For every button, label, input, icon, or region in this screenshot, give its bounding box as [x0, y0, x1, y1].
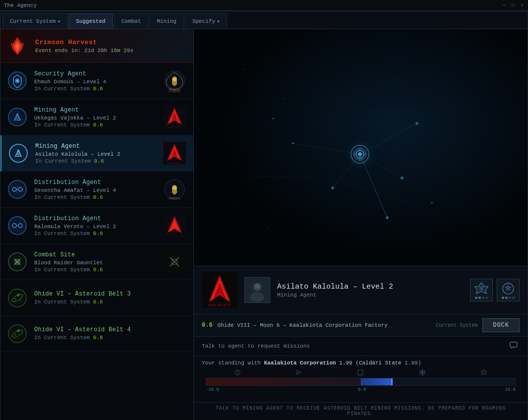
svg-point-60 — [431, 202, 433, 204]
svg-point-7 — [173, 77, 176, 81]
svg-point-59 — [386, 216, 389, 219]
agent-location-label: In Current System 0.6 — [34, 335, 187, 341]
agent-location-label: In Current System 0.6 — [34, 194, 156, 200]
combat-logo — [162, 249, 187, 275]
list-item[interactable]: Combat Site Blood Raider Gauntlet In Cur… — [0, 244, 193, 280]
bar-max-label: 10.0 — [505, 387, 516, 392]
list-item[interactable]: Ohide VI – Asteroid Belt 3 In Current Sy… — [0, 280, 193, 316]
detail-header: KAALAKIOTA — [194, 266, 528, 314]
standing-section: Your standing with Kaalakiota Corporatio… — [194, 356, 528, 402]
combat-site-icon — [6, 251, 28, 273]
distribution-agent-icon — [6, 179, 28, 200]
badge-dots-2 — [502, 297, 515, 299]
distribution-agent-2-icon — [6, 215, 28, 237]
agent-name-label: Ehmuh Domous – Level 4 — [34, 79, 156, 85]
nav-current-system[interactable]: Current System ▼ — [2, 13, 67, 29]
standing-badge — [497, 279, 520, 301]
location-name: Ohide VIII – Moon 6 – Kaalakiota Corpora… — [218, 322, 429, 328]
agent-location-label: In Current System 0.6 — [34, 122, 156, 128]
agent-name-label: Blood Raider Gauntlet — [34, 260, 156, 266]
nav-suggested[interactable]: Suggested — [68, 13, 113, 29]
agent-type-label: Ohide VI – Asteroid Belt 4 — [34, 326, 187, 333]
agent-name-label: Sesentha Amafat – Level 4 — [34, 187, 156, 193]
agent-location-label: In Current System 0.6 — [35, 158, 156, 164]
svg-point-86 — [421, 371, 423, 373]
list-item[interactable]: Ohide VI – Asteroid Belt 4 In Current Sy… — [0, 316, 193, 352]
agent-location-label: In Current System 0.6 — [34, 231, 156, 237]
dock-button[interactable]: DOCK — [482, 318, 520, 332]
minimize-button[interactable]: — — [501, 2, 507, 8]
imperial-shipment-logo-2: IMPERIAL — [162, 177, 187, 202]
svg-text:KAALAKIOTA: KAALAKIOTA — [167, 126, 181, 128]
nav-combat[interactable]: Combat — [114, 13, 149, 29]
event-banner[interactable]: Crimson Harvest Event ends in: 21d 20h 1… — [0, 29, 193, 63]
security-agent-icon — [6, 70, 28, 92]
svg-point-38 — [8, 325, 26, 343]
svg-point-65 — [451, 138, 452, 139]
app-title: The Agency — [4, 2, 37, 8]
svg-point-40 — [17, 329, 20, 332]
agent-portrait — [244, 277, 270, 303]
list-item[interactable]: Mining Agent Ukkegas Vajokka – Level 2 I… — [0, 99, 193, 135]
agent-location-label: In Current System 0.6 — [34, 86, 156, 92]
svg-point-56 — [331, 186, 334, 189]
list-item[interactable]: Distribution Agent Sesentha Amafat – Lev… — [0, 172, 193, 208]
svg-text:IMPERIAL: IMPERIAL — [169, 197, 180, 200]
agent-type-label: Distribution Agent — [34, 215, 156, 222]
svg-point-57 — [401, 177, 404, 180]
close-button[interactable]: ✕ — [519, 2, 525, 8]
agent-type-label: Combat Site — [34, 251, 156, 258]
svg-point-35 — [17, 294, 20, 297]
agent-type-label: Security Agent — [34, 70, 156, 77]
svg-rect-84 — [358, 370, 363, 375]
bar-mid-label: 0.0 — [358, 387, 366, 392]
chat-icon — [509, 341, 520, 352]
svg-point-11 — [15, 115, 19, 119]
agent-location-label: In Current System 0.6 — [34, 267, 156, 273]
agent-info: Ohide VI – Asteroid Belt 3 In Current Sy… — [34, 291, 187, 305]
content-area: Crimson Harvest Event ends in: 21d 20h 1… — [0, 29, 528, 420]
detail-agent-role: Mining Agent — [277, 292, 463, 298]
window-controls[interactable]: — □ ✕ — [501, 2, 525, 8]
svg-point-30 — [16, 261, 18, 263]
current-system-arrow-icon: ▼ — [58, 19, 60, 24]
agent-location-label: In Current System 0.6 — [34, 299, 187, 305]
left-panel: Crimson Harvest Event ends in: 21d 20h 1… — [0, 29, 194, 420]
agent-name-label: Asilato Kalolula – Level 2 — [35, 151, 156, 157]
talk-bar: Talk to agent to request missions — [194, 337, 528, 356]
svg-point-74 — [250, 292, 264, 302]
mining-agent-selected-icon — [7, 142, 29, 164]
list-item[interactable]: Distribution Agent Ralemula Veroto – Lev… — [0, 208, 193, 244]
asteroid-belt-3-icon — [6, 287, 28, 309]
agent-type-label: Ohide VI – Asteroid Belt 3 — [34, 291, 187, 298]
right-panel: KAALAKIOTA — [194, 29, 528, 420]
imperial-shipment-logo: IMPERIAL SHIPMENT — [162, 68, 187, 94]
maximize-button[interactable]: □ — [510, 2, 516, 8]
svg-point-62 — [243, 68, 244, 69]
svg-point-41 — [14, 334, 16, 336]
agent-info: Distribution Agent Sesentha Amafat – Lev… — [34, 179, 156, 200]
svg-point-15 — [16, 151, 20, 155]
asteroid-belt-4-icon — [6, 323, 28, 345]
nav-specify[interactable]: Specify ▼ — [185, 13, 227, 29]
location-system: Current System — [436, 323, 477, 328]
standing-bar-container: -10.0 0.0 10.0 — [202, 378, 520, 392]
agent-name-section: Asilato Kalolula – Level 2 Mining Agent — [277, 283, 463, 298]
svg-point-58 — [292, 142, 294, 144]
svg-point-68 — [233, 202, 234, 203]
detail-agent-name: Asilato Kalolula – Level 2 — [277, 283, 463, 291]
svg-text:KAALAKIOTA: KAALAKIOTA — [167, 162, 181, 164]
standing-icons-row — [202, 369, 520, 376]
list-item[interactable]: Security Agent Ehmuh Domous – Level 4 In… — [0, 63, 193, 99]
faction-badge: Z — [470, 279, 493, 301]
agent-info: Distribution Agent Ralemula Veroto – Lev… — [34, 215, 156, 237]
svg-point-33 — [8, 289, 26, 307]
agent-info: Ohide VI – Asteroid Belt 4 In Current Sy… — [34, 326, 187, 341]
nav-mining[interactable]: Mining — [149, 13, 184, 29]
agent-info: Mining Agent Asilato Kalolula – Level 2 … — [35, 143, 156, 164]
talk-text: Talk to agent to request missions — [202, 343, 310, 349]
agent-info: Mining Agent Ukkegas Vajokka – Level 2 I… — [34, 107, 156, 128]
list-item[interactable]: Mining Agent Asilato Kalolula – Level 2 … — [0, 135, 193, 172]
event-title: Crimson Harvest — [35, 39, 133, 46]
svg-text:SHIPMENT: SHIPMENT — [169, 91, 180, 92]
